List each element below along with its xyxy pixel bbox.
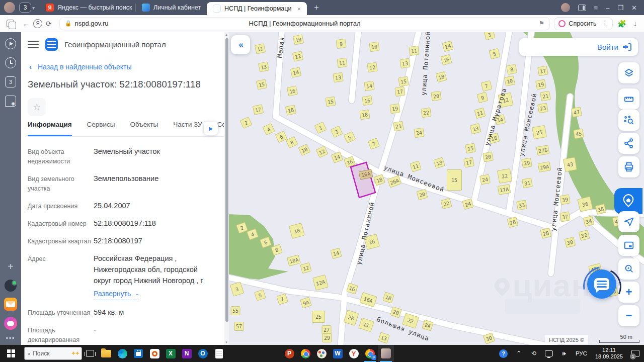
login-bar[interactable]: Войти bbox=[519, 38, 638, 56]
ask-button[interactable]: Спросить ⋮ bbox=[554, 17, 612, 30]
download-icon[interactable]: ↓ bbox=[633, 20, 637, 28]
search-location-button[interactable] bbox=[618, 258, 639, 280]
panel-tab-4[interactable]: Части ЗУ bbox=[173, 121, 202, 136]
outlook-button[interactable]: O bbox=[195, 345, 211, 362]
panel-tab-2[interactable]: Сервисы bbox=[87, 121, 115, 136]
history-icon[interactable] bbox=[5, 57, 16, 68]
attribute-value: Российская Федерация , Нижегородская обл… bbox=[94, 253, 208, 300]
display-icon[interactable] bbox=[541, 345, 556, 362]
task-view-button[interactable] bbox=[82, 345, 98, 362]
menu-icon[interactable]: ≡ bbox=[594, 4, 598, 12]
screenshot-icon[interactable] bbox=[5, 96, 16, 107]
tabs-count-icon[interactable]: 3 bbox=[5, 76, 16, 87]
tab-count-button[interactable]: 3 bbox=[19, 3, 31, 13]
language-indicator[interactable]: РУС bbox=[572, 350, 591, 356]
yandex-button[interactable]: Я bbox=[33, 19, 42, 28]
tab-lichny-kabinet[interactable]: Личный кабинет bbox=[136, 0, 207, 15]
attribute-row: Площадь декларированная- bbox=[28, 324, 208, 345]
panel-tab-5[interactable]: Соста bbox=[217, 121, 224, 136]
tab-close-icon[interactable]: × bbox=[297, 5, 301, 13]
back-icon[interactable]: ← bbox=[23, 20, 30, 28]
side-panel-icon[interactable] bbox=[578, 5, 586, 11]
panel-scrollbar[interactable]: ▲ ▼ bbox=[224, 32, 229, 345]
clock[interactable]: 12:11 18.09.2025 bbox=[591, 347, 627, 360]
more-icon[interactable]: ••• bbox=[6, 335, 16, 342]
maximize-icon[interactable]: ❐ bbox=[617, 4, 623, 12]
building-marker: 15 bbox=[325, 97, 336, 107]
add-icon[interactable]: + bbox=[8, 261, 14, 273]
tab-nspd-active[interactable]: ≋ НСПД | Геоинформаци × bbox=[207, 2, 307, 15]
word-button[interactable]: W bbox=[330, 345, 346, 362]
chat-fab-button[interactable] bbox=[587, 269, 616, 299]
scroll-down-icon[interactable]: ▼ bbox=[225, 341, 228, 344]
tray-expand-icon[interactable]: ⌃ bbox=[511, 345, 526, 362]
volume-icon[interactable]: 🕪 bbox=[556, 345, 572, 362]
share-button[interactable] bbox=[618, 133, 639, 154]
minimize-icon[interactable]: – bbox=[606, 4, 609, 12]
zoom-out-button[interactable]: − bbox=[618, 305, 639, 326]
sync-avatar[interactable] bbox=[561, 3, 570, 12]
panel-tab-3[interactable]: Объекты bbox=[130, 121, 158, 136]
page-title: НСПД | Геоинформационный портал bbox=[60, 20, 550, 27]
start-button[interactable] bbox=[0, 345, 22, 362]
new-tab-button[interactable]: + bbox=[311, 2, 322, 13]
tabs-scroll-right-button[interactable]: ▶ bbox=[204, 122, 218, 135]
edge-button[interactable] bbox=[114, 345, 130, 362]
url-field[interactable]: 🔒 nspd.gov.ru НСПД | Геоинформационный п… bbox=[59, 17, 550, 30]
powerpoint-button[interactable]: P bbox=[281, 345, 297, 362]
attribute-label: Кадастровый номер bbox=[28, 218, 94, 229]
bookmark-icon[interactable]: ⚑ bbox=[539, 20, 545, 27]
back-to-results-link[interactable]: ‹ Назад в найденные объекты bbox=[29, 62, 131, 71]
ruler-button[interactable] bbox=[618, 88, 639, 110]
chrome-profile-button[interactable]: P bbox=[362, 345, 378, 362]
notification-badge: 1 bbox=[630, 353, 636, 359]
close-icon[interactable]: ✕ bbox=[631, 4, 637, 12]
scrollbar-thumb[interactable] bbox=[225, 38, 228, 322]
building-marker: 57 bbox=[234, 322, 244, 331]
layers-button[interactable] bbox=[618, 62, 639, 83]
store-button[interactable] bbox=[130, 345, 146, 362]
map-canvas[interactable]: 1110121314151617182468101213591113151012… bbox=[229, 32, 644, 345]
paint-button[interactable] bbox=[313, 345, 330, 362]
favorite-star-button[interactable]: ☆ bbox=[28, 98, 46, 116]
tray-update-icon[interactable]: ⟲ bbox=[526, 345, 541, 362]
building-marker: 25 bbox=[532, 125, 547, 139]
tab-groups-icon[interactable] bbox=[7, 20, 14, 27]
chevron-down-icon[interactable]: ▾ bbox=[32, 5, 35, 11]
ask-menu-icon[interactable]: ⋮ bbox=[600, 20, 608, 27]
onenote-button[interactable]: N bbox=[179, 345, 195, 362]
taskbar-search[interactable]: ⌕ Поиск ✦✦ bbox=[24, 347, 82, 360]
browser-profile-avatar[interactable] bbox=[4, 2, 15, 13]
alice-icon[interactable] bbox=[4, 317, 17, 330]
building-marker: 16 bbox=[287, 85, 298, 97]
reload-icon[interactable]: ⟳ bbox=[46, 20, 52, 28]
video-icon[interactable] bbox=[5, 38, 16, 49]
notification-icon[interactable]: 1 bbox=[627, 345, 644, 362]
url-text[interactable]: nspd.gov.ru bbox=[74, 20, 108, 27]
yandex-browser-button[interactable]: Y bbox=[346, 345, 362, 362]
select-search-button[interactable] bbox=[618, 110, 639, 131]
scroll-up-icon[interactable]: ▲ bbox=[225, 33, 228, 36]
locate-button[interactable] bbox=[618, 211, 639, 232]
print-button[interactable] bbox=[618, 156, 639, 177]
chrome-button[interactable] bbox=[297, 345, 313, 362]
notepad-button[interactable] bbox=[211, 345, 227, 362]
expand-address-link[interactable]: Развернуть⌄ bbox=[94, 288, 139, 300]
panel-tab-1[interactable]: Информация bbox=[28, 121, 72, 136]
overview-map-button[interactable] bbox=[618, 235, 639, 256]
extension-icon[interactable]: 🧩 bbox=[618, 20, 626, 28]
active-app-button[interactable] bbox=[378, 345, 394, 362]
mail-icon[interactable] bbox=[4, 298, 17, 311]
map-identify-button-active[interactable] bbox=[614, 188, 642, 214]
collapse-panel-button[interactable]: « bbox=[231, 35, 250, 54]
office-button[interactable] bbox=[146, 345, 163, 362]
tab-yandex[interactable]: Я Яндекс — быстрый поиск bbox=[40, 0, 135, 15]
file-explorer-button[interactable] bbox=[98, 345, 114, 362]
help-icon[interactable]: ? bbox=[496, 345, 511, 362]
hamburger-menu-icon[interactable] bbox=[28, 41, 39, 49]
building-marker: 20 bbox=[482, 151, 494, 162]
messenger-icon[interactable] bbox=[5, 280, 17, 292]
login-label[interactable]: Войти bbox=[597, 43, 618, 51]
attribute-value: 25.04.2007 bbox=[94, 200, 208, 211]
excel-button[interactable]: X bbox=[163, 345, 179, 362]
